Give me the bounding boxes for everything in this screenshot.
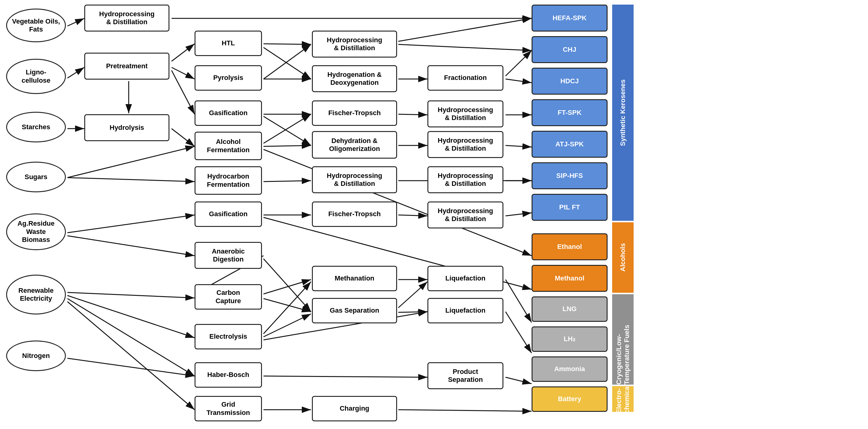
svg-line-25 (264, 145, 311, 146)
svg-line-30 (264, 259, 311, 312)
svg-line-5 (172, 67, 194, 79)
proc-methanation: Methanation (312, 266, 397, 291)
proc-hydroproc-dist-4: Hydroprocessing& Distillation (427, 131, 503, 158)
proc-charging: Charging (312, 396, 397, 421)
input-nitrogen: Nitrogen (6, 340, 66, 371)
proc-hydrogenation: Hydrogenation &Deoxygenation (312, 65, 397, 92)
output-lh2: LH₂ (532, 326, 608, 352)
sidebar-synthetic-ker: Synthetic Kerosenes (612, 5, 633, 221)
proc-fischer-tropsch-2: Fischer-Tropsch (312, 201, 397, 227)
svg-line-55 (505, 312, 532, 353)
svg-line-19 (264, 44, 311, 44)
proc-hydroproc-hc: Hydroprocessing& Distillation (312, 166, 397, 193)
output-ptl-ft: PtL FT (532, 194, 608, 221)
svg-line-14 (67, 296, 194, 338)
svg-line-20 (264, 47, 311, 79)
sidebar-cryogenic: Cryogenic/Low-Temperature Fuels (612, 294, 633, 385)
svg-line-32 (264, 299, 311, 312)
proc-grid-trans: GridTransmission (194, 396, 262, 421)
output-chj: CHJ (532, 36, 608, 63)
output-hdcj: HDCJ (532, 68, 608, 95)
proc-fischer-tropsch-1: Fischer-Tropsch (312, 100, 397, 126)
svg-line-17 (67, 292, 194, 298)
svg-line-54 (505, 279, 532, 323)
sidebar-electrochem: Electro-chemical (612, 386, 633, 412)
svg-line-49 (398, 312, 427, 312)
svg-line-46 (398, 215, 427, 216)
svg-line-53 (505, 213, 532, 216)
svg-line-1 (67, 19, 84, 26)
svg-line-26 (264, 114, 311, 143)
svg-line-51 (505, 145, 532, 147)
svg-line-10 (67, 146, 194, 177)
proc-anaerobic-dig: AnaerobicDigestion (194, 242, 262, 269)
proc-pretreatment: Pretreatment (84, 53, 169, 79)
proc-gasification-1: Gasification (194, 100, 262, 126)
svg-line-16 (67, 302, 194, 410)
proc-htl: HTL (194, 31, 262, 56)
svg-line-33 (264, 282, 311, 334)
proc-dehydration: Dehydration &Oligomerization (312, 131, 397, 159)
svg-line-4 (172, 44, 194, 61)
svg-line-56 (505, 377, 532, 384)
proc-gas-separation: Gas Separation (312, 298, 397, 323)
svg-line-31 (264, 279, 311, 294)
svg-line-34 (264, 314, 311, 337)
input-lignocellulose: Ligno-cellulose (6, 59, 66, 94)
svg-line-57 (398, 410, 532, 411)
svg-line-42 (505, 79, 532, 83)
output-ft-spk: FT-SPK (532, 99, 608, 126)
proc-gasification-2: Gasification (194, 201, 262, 227)
sidebar-alcohols: Alcohols (612, 222, 633, 293)
proc-hydroproc-dist-3: Hydroprocessing& Distillation (427, 100, 503, 127)
output-sip-hfs: SIP-HFS (532, 162, 608, 189)
svg-line-24 (264, 117, 311, 145)
svg-line-48 (398, 282, 427, 308)
proc-liquefaction-1: Liquefaction (427, 266, 503, 291)
proc-hydrocarbon-ferm: HydrocarbonFermentation (194, 166, 262, 195)
proc-product-sep: ProductSeparation (427, 362, 503, 389)
output-methanol: Methanol (532, 265, 608, 292)
proc-hydroproc-dist-5: Hydroprocessing& Distillation (427, 166, 503, 193)
input-ag-residue: Ag.ResidueWasteBiomass (6, 213, 66, 250)
svg-line-11 (67, 177, 194, 182)
output-battery: Battery (532, 387, 608, 412)
proc-fractionation: Fractionation (427, 65, 503, 91)
input-veg-oils: Vegetable Oils, Fats (6, 8, 66, 42)
svg-line-3 (67, 67, 84, 78)
diagram: .arrow { stroke: #111; stroke-width: 3; … (0, 0, 868, 429)
proc-carbon-capture: CarbonCapture (194, 284, 262, 309)
proc-liquefaction-2: Liquefaction (427, 298, 503, 323)
output-hefa-spk: HEFA-SPK (532, 5, 608, 32)
svg-line-9 (172, 129, 194, 146)
svg-line-39 (398, 19, 532, 41)
proc-hydroproc-dist-top: Hydroprocessing& Distillation (84, 5, 169, 32)
svg-line-21 (264, 44, 311, 79)
input-renewable-elec: RenewableElectricity (6, 275, 66, 315)
svg-line-41 (505, 51, 532, 76)
proc-hydroproc-dist-6: Hydroprocessing& Distillation (427, 201, 503, 228)
proc-hydroproc-dist-2: Hydroprocessing& Distillation (312, 31, 397, 58)
output-ammonia: Ammonia (532, 356, 608, 382)
svg-line-6 (172, 70, 194, 114)
svg-line-12 (67, 215, 194, 233)
output-atj-spk: ATJ-SPK (532, 131, 608, 158)
svg-line-43 (398, 114, 427, 115)
svg-line-36 (264, 376, 427, 377)
proc-hydrolysis: Hydrolysis (84, 114, 169, 141)
output-lng: LNG (532, 296, 608, 322)
svg-line-27 (264, 181, 311, 182)
output-ethanol: Ethanol (532, 233, 608, 260)
proc-electrolysis: Electrolysis (194, 324, 262, 350)
proc-haber-bosch: Haber-Bosch (194, 362, 262, 388)
input-starches: Starches (6, 112, 66, 142)
svg-line-38 (398, 44, 532, 51)
svg-line-15 (67, 299, 194, 376)
input-sugars: Sugars (6, 162, 66, 192)
proc-alcohol-ferm: AlcoholFermentation (194, 132, 262, 160)
proc-pyrolysis: Pyrolysis (194, 65, 262, 91)
svg-line-18 (67, 358, 194, 376)
svg-line-13 (67, 236, 194, 256)
